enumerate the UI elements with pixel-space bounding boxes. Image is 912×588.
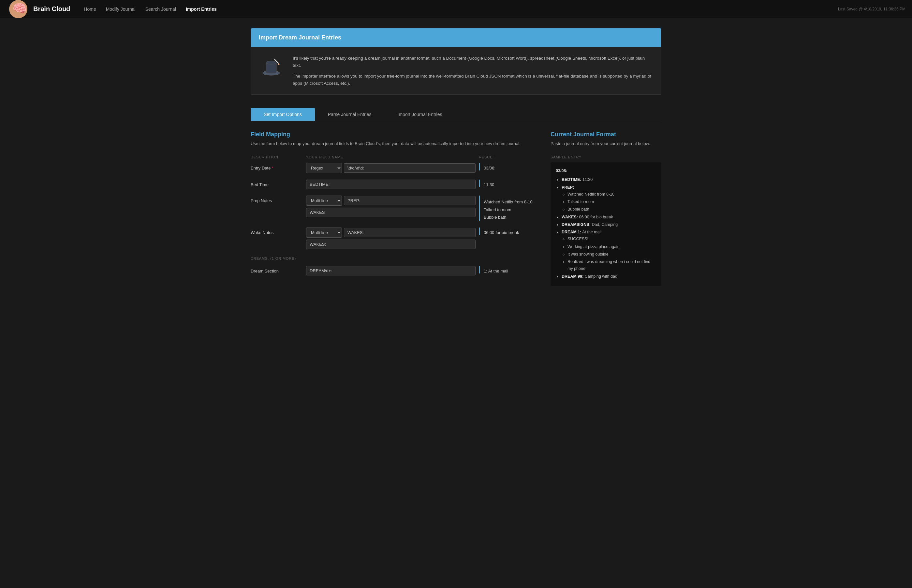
list-item: Working at pizza place again [568, 244, 656, 250]
nav-links: Home Modify Journal Search Journal Impor… [80, 5, 838, 14]
result-entry-date: 03/08: [479, 163, 538, 170]
tab-set-import[interactable]: Set Import Options [251, 108, 315, 121]
dream-section-input[interactable] [306, 266, 476, 275]
field-mapping-desc: Use the form below to map your dream jou… [251, 141, 538, 147]
current-journal-section: Current Journal Format Paste a journal e… [550, 131, 661, 286]
field-row-dream-section: Dream Section 1: At the mall [251, 266, 538, 275]
field-mapping-section: Field Mapping Use the form below to map … [251, 131, 538, 282]
col-description: DESCRIPTION [251, 155, 303, 159]
current-journal-desc: Paste a journal entry from your current … [550, 141, 661, 147]
field-row-prep-notes: Prep Notes Multi-lineRegexFixed Watched … [251, 195, 538, 221]
list-item: Bubble bath [568, 206, 656, 213]
list-item: WAKES: 06:00 for bio break [562, 214, 656, 221]
field-table-header: DESCRIPTION YOUR FIELD NAME RESULT [251, 155, 538, 162]
result-wake-notes: 06:00 for bio break [479, 228, 538, 235]
field-mapping-title: Field Mapping [251, 131, 538, 138]
result-bed-time: 11:30 [479, 179, 538, 187]
list-item: DREAM 1: At the mall SUCCESS!! Working a… [562, 229, 656, 273]
result-prep-notes: Watched Netflix from 8-10Talked to momBu… [479, 195, 538, 221]
current-journal-title: Current Journal Format [550, 131, 661, 138]
main-content: Import Dream Journal Entries [244, 18, 668, 296]
label-wake-notes: Wake Notes [251, 228, 303, 235]
nav-home[interactable]: Home [80, 5, 100, 14]
list-item: Watched Netflix from 8-10 [568, 191, 656, 198]
list-item: BEDTIME: 11:30 [562, 176, 656, 183]
brand-name: Brain Cloud [33, 5, 70, 13]
wake-notes-end-input[interactable] [306, 239, 476, 249]
intro-icon [259, 55, 285, 81]
intro-para1: It's likely that you're already keeping … [293, 55, 653, 69]
svg-text:🧠: 🧠 [12, 1, 27, 15]
label-dream-section: Dream Section [251, 266, 303, 273]
last-saved: Last Saved @ 4/18/2019, 11:36:36 PM [838, 7, 906, 11]
list-item: DREAM 99: Camping with dad [562, 273, 656, 280]
wake-notes-type-select[interactable]: Multi-lineRegexFixed [306, 228, 342, 237]
intro-card-body: It's likely that you're already keeping … [251, 47, 661, 95]
inputs-entry-date: RegexFixedMulti-line [306, 163, 476, 173]
prep-notes-start-input[interactable] [344, 196, 476, 205]
inputs-prep-notes: Multi-lineRegexFixed [306, 195, 476, 217]
tab-import[interactable]: Import Journal Entries [385, 108, 455, 121]
list-item: Talked to mom [568, 199, 656, 205]
inputs-wake-notes: Multi-lineRegexFixed [306, 228, 476, 249]
field-row-wake-notes: Wake Notes Multi-lineRegexFixed 06:00 fo… [251, 228, 538, 249]
nav-import[interactable]: Import Entries [182, 5, 221, 14]
svg-line-7 [274, 59, 275, 60]
sample-list: BEDTIME: 11:30 PREP: Watched Netflix fro… [556, 176, 656, 280]
sections-row: Field Mapping Use the form below to map … [251, 131, 661, 286]
nav-search[interactable]: Search Journal [142, 5, 180, 14]
list-item: It was snowing outside [568, 251, 656, 258]
field-row-entry-date: Entry Date* RegexFixedMulti-line 03/08: [251, 163, 538, 173]
col-result: RESULT [479, 155, 538, 159]
tabs-row: Set Import Options Parse Journal Entries… [251, 108, 661, 121]
app-logo: 🧠 [6, 0, 30, 21]
hat-pencil-icon [260, 56, 284, 79]
result-dream-section: 1: At the mall [479, 266, 538, 273]
brand: 🧠 Brain Cloud [6, 0, 70, 21]
wake-notes-start-input[interactable] [344, 228, 476, 237]
inputs-dream-section [306, 266, 476, 275]
field-row-bed-time: Bed Time 11:30 [251, 179, 538, 189]
sample-date: 03/08: [556, 168, 656, 174]
prep-notes-type-select[interactable]: Multi-lineRegexFixed [306, 195, 342, 206]
label-bed-time: Bed Time [251, 179, 303, 187]
list-item: PREP: Watched Netflix from 8-10 Talked t… [562, 184, 656, 213]
sample-entry-label: SAMPLE ENTRY [550, 155, 661, 159]
sample-entry-box: 03/08: BEDTIME: 11:30 PREP: Watched Netf… [550, 162, 661, 286]
list-item: Realized I was dreaming when i could not… [568, 258, 656, 273]
intro-para2: The importer interface allows you to imp… [293, 73, 653, 87]
dreams-section-header: DREAMS: (1 or more) [251, 255, 538, 261]
navbar: 🧠 Brain Cloud Home Modify Journal Search… [0, 0, 912, 18]
intro-text: It's likely that you're already keeping … [293, 55, 653, 87]
prep-notes-end-input[interactable] [306, 208, 476, 217]
intro-card: Import Dream Journal Entries [251, 28, 661, 95]
tab-parse[interactable]: Parse Journal Entries [315, 108, 385, 121]
bed-time-input[interactable] [306, 179, 476, 189]
intro-card-header: Import Dream Journal Entries [251, 28, 661, 47]
entry-date-type-select[interactable]: RegexFixedMulti-line [306, 163, 342, 173]
entry-date-pattern-input[interactable] [344, 163, 476, 173]
inputs-bed-time [306, 179, 476, 189]
nav-modify[interactable]: Modify Journal [102, 5, 139, 14]
list-item: SUCCESS!! [568, 236, 656, 242]
dreams-label: DREAMS: (1 or more) [251, 257, 296, 260]
label-entry-date: Entry Date* [251, 163, 303, 170]
label-prep-notes: Prep Notes [251, 195, 303, 203]
col-field-name: YOUR FIELD NAME [306, 155, 476, 159]
svg-point-4 [266, 61, 276, 64]
list-item: DREAMSIGNS: Dad, Camping [562, 221, 656, 228]
